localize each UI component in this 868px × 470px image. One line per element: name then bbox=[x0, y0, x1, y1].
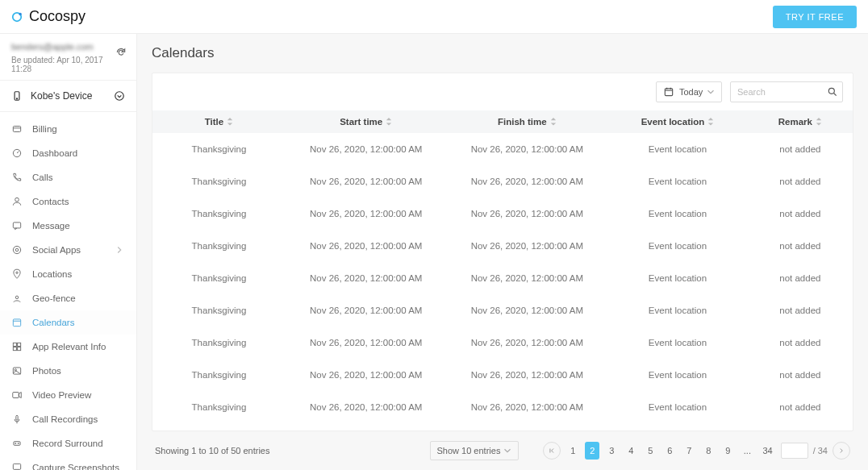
sidebar-item-calls[interactable]: Calls bbox=[0, 165, 136, 189]
cell-start: Nov 26, 2020, 12:00:00 AM bbox=[286, 359, 447, 391]
sort-icon bbox=[707, 118, 714, 126]
cell-title: Thanksgiving bbox=[152, 165, 286, 198]
column-label: Title bbox=[205, 117, 223, 127]
svg-marker-43 bbox=[227, 123, 232, 126]
device-selector[interactable]: Kobe's Device bbox=[0, 81, 136, 112]
nav-icon bbox=[11, 293, 23, 304]
nav-icon bbox=[11, 268, 23, 280]
sidebar-item-capture-screenshots[interactable]: Capture Screenshots bbox=[0, 455, 136, 470]
page-2[interactable]: 2 bbox=[585, 442, 599, 460]
page-6[interactable]: 6 bbox=[662, 442, 677, 460]
page-34[interactable]: 34 bbox=[759, 442, 775, 460]
data-table: TitleStart timeFinish timeEvent location… bbox=[152, 110, 853, 133]
show-entries-select[interactable]: Show 10 entries bbox=[430, 441, 520, 460]
cell-title: Thanksgiving bbox=[152, 294, 286, 327]
sidebar-nav: BillingDashboardCallsContactsMessageSoci… bbox=[0, 112, 136, 470]
cell-loc: Event location bbox=[607, 165, 748, 198]
show-entries-label: Show 10 entries bbox=[437, 446, 501, 455]
sidebar-item-call-recordings[interactable]: Call Recordings bbox=[0, 407, 136, 431]
table-row[interactable]: ThanksgivingNov 26, 2020, 12:00:00 AMNov… bbox=[152, 294, 853, 327]
cell-remark: not added bbox=[748, 198, 853, 230]
sidebar-item-video-preview[interactable]: Video Preview bbox=[0, 383, 136, 407]
cell-loc: Event location bbox=[607, 133, 748, 165]
search-icon[interactable] bbox=[827, 86, 838, 98]
cell-title: Thanksgiving bbox=[152, 198, 286, 230]
column-remark[interactable]: Remark bbox=[748, 110, 853, 133]
cell-finish: Nov 26, 2020, 12:00:00 AM bbox=[447, 262, 608, 294]
table-row[interactable]: ThanksgivingNov 26, 2020, 12:00:00 AMNov… bbox=[152, 165, 853, 198]
calendar-icon bbox=[663, 86, 674, 98]
cell-remark: not added bbox=[748, 230, 853, 262]
topbar: Cocospy TRY IT FREE bbox=[0, 0, 868, 34]
table-row[interactable]: ThanksgivingNov 26, 2020, 12:00:00 AMNov… bbox=[152, 198, 853, 230]
sidebar-item-locations[interactable]: Locations bbox=[0, 262, 136, 286]
sidebar-item-billing[interactable]: Billing bbox=[0, 117, 136, 141]
table-row[interactable]: ThanksgivingNov 26, 2020, 12:00:00 AMNov… bbox=[152, 262, 853, 294]
cell-title: Thanksgiving bbox=[152, 133, 286, 165]
svg-point-11 bbox=[13, 246, 20, 253]
nav-label: Locations bbox=[32, 269, 72, 279]
sidebar-header: benders@apple.com Be updated: Apr 10, 20… bbox=[0, 34, 136, 81]
sidebar-item-social-apps[interactable]: Social Apps bbox=[0, 238, 136, 262]
refresh-icon[interactable] bbox=[115, 47, 127, 58]
cell-remark: not added bbox=[748, 294, 853, 327]
sidebar-item-geo-fence[interactable]: Geo-fence bbox=[0, 286, 136, 310]
svg-point-9 bbox=[15, 198, 19, 202]
page-...[interactable]: ... bbox=[740, 442, 754, 460]
column-finish-time[interactable]: Finish time bbox=[447, 110, 608, 133]
table-row[interactable]: ThanksgivingNov 26, 2020, 12:00:00 AMNov… bbox=[152, 391, 853, 423]
page-4[interactable]: 4 bbox=[624, 442, 638, 460]
table-row[interactable]: ThanksgivingNov 26, 2020, 12:00:00 AMNov… bbox=[152, 133, 853, 165]
svg-rect-19 bbox=[13, 347, 16, 351]
sidebar-item-dashboard[interactable]: Dashboard bbox=[0, 141, 136, 165]
nav-icon bbox=[11, 317, 23, 328]
sidebar-item-record-surround[interactable]: Record Surround bbox=[0, 431, 136, 455]
page-input[interactable] bbox=[781, 443, 808, 459]
svg-rect-20 bbox=[18, 347, 21, 351]
svg-line-41 bbox=[834, 94, 837, 96]
page-5[interactable]: 5 bbox=[643, 442, 657, 460]
page-7[interactable]: 7 bbox=[682, 442, 696, 460]
card: Today TitleStart timeFinish timeEvent lo… bbox=[152, 73, 853, 431]
cell-loc: Event location bbox=[607, 230, 748, 262]
cell-finish: Nov 26, 2020, 12:00:00 AM bbox=[447, 359, 608, 391]
logo[interactable]: Cocospy bbox=[11, 8, 86, 25]
nav-icon bbox=[11, 148, 23, 159]
date-range-select[interactable]: Today bbox=[656, 81, 722, 102]
data-table-body: ThanksgivingNov 26, 2020, 12:00:00 AMNov… bbox=[152, 133, 853, 423]
table-row[interactable]: ThanksgivingNov 26, 2020, 12:00:00 AMNov… bbox=[152, 327, 853, 359]
sidebar-item-calendars[interactable]: Calendars bbox=[0, 310, 136, 335]
try-it-free-button[interactable]: TRY IT FREE bbox=[773, 6, 857, 28]
cell-finish: Nov 26, 2020, 12:00:00 AM bbox=[447, 230, 608, 262]
sort-icon bbox=[227, 118, 233, 126]
sidebar-item-contacts[interactable]: Contacts bbox=[0, 189, 136, 214]
nav-icon bbox=[11, 365, 23, 376]
sidebar-item-message[interactable]: Message bbox=[0, 214, 136, 238]
cell-finish: Nov 26, 2020, 12:00:00 AM bbox=[447, 391, 608, 423]
column-start-time[interactable]: Start time bbox=[286, 110, 447, 133]
nav-icon bbox=[11, 389, 23, 401]
pager-first[interactable] bbox=[543, 442, 561, 460]
svg-marker-50 bbox=[816, 118, 821, 120]
search-input[interactable] bbox=[730, 81, 843, 102]
page-9[interactable]: 9 bbox=[720, 442, 735, 460]
cell-finish: Nov 26, 2020, 12:00:00 AM bbox=[447, 198, 608, 230]
page-1[interactable]: 1 bbox=[565, 442, 580, 460]
pager-next[interactable] bbox=[833, 442, 850, 460]
page-8[interactable]: 8 bbox=[701, 442, 716, 460]
cell-start: Nov 26, 2020, 12:00:00 AM bbox=[286, 391, 447, 423]
column-title[interactable]: Title bbox=[152, 110, 286, 133]
page-3[interactable]: 3 bbox=[604, 442, 619, 460]
cell-remark: not added bbox=[748, 262, 853, 294]
column-event-location[interactable]: Event location bbox=[607, 110, 748, 133]
sidebar-item-photos[interactable]: Photos bbox=[0, 359, 136, 383]
svg-rect-18 bbox=[18, 343, 21, 346]
column-label: Start time bbox=[340, 117, 382, 127]
sidebar: benders@apple.com Be updated: Apr 10, 20… bbox=[0, 34, 137, 470]
table-row[interactable]: ThanksgivingNov 26, 2020, 12:00:00 AMNov… bbox=[152, 230, 853, 262]
nav-label: Calendars bbox=[32, 318, 74, 327]
cell-loc: Event location bbox=[607, 198, 748, 230]
svg-point-13 bbox=[16, 272, 18, 273]
table-row[interactable]: ThanksgivingNov 26, 2020, 12:00:00 AMNov… bbox=[152, 359, 853, 391]
sidebar-item-app-relevant-info[interactable]: App Relevant Info bbox=[0, 335, 136, 359]
